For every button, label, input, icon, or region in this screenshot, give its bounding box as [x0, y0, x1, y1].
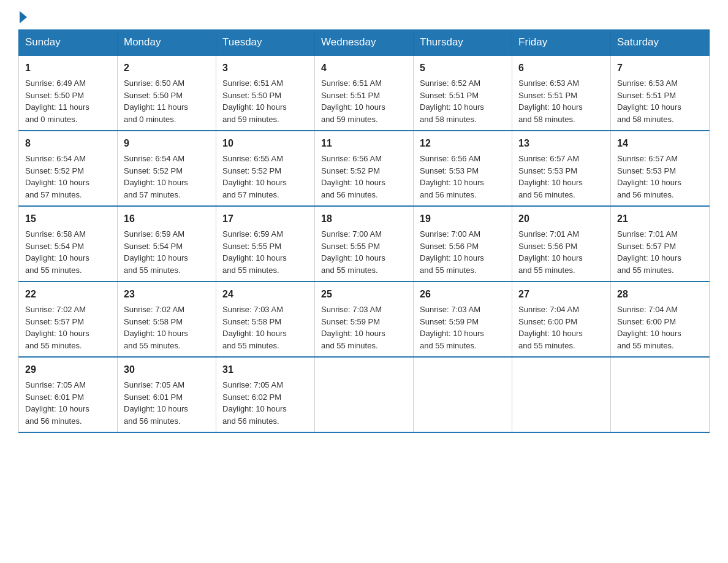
daylight-text: Daylight: 10 hours: [321, 178, 385, 187]
page-header: [18, 12, 710, 23]
calendar-cell: 26Sunrise: 7:03 AMSunset: 5:59 PMDayligh…: [414, 282, 512, 357]
daylight-minutes-text: and 55 minutes.: [518, 341, 575, 350]
day-number: 15: [25, 212, 111, 226]
daylight-minutes-text: and 55 minutes.: [321, 266, 378, 275]
header-thursday: Thursday: [414, 30, 512, 56]
daylight-minutes-text: and 55 minutes.: [617, 266, 674, 275]
day-number: 14: [617, 136, 703, 151]
logo-arrow-icon: [20, 11, 27, 23]
sunset-text: Sunset: 5:58 PM: [124, 317, 183, 326]
calendar-cell: 15Sunrise: 6:58 AMSunset: 5:54 PMDayligh…: [19, 206, 118, 282]
day-number: 5: [420, 61, 506, 75]
logo: [18, 12, 27, 23]
day-number: 3: [222, 61, 308, 75]
day-number: 22: [25, 287, 111, 302]
calendar-week-4: 22Sunrise: 7:02 AMSunset: 5:57 PMDayligh…: [19, 282, 710, 357]
sunrise-text: Sunrise: 7:00 AM: [321, 229, 382, 239]
sunrise-text: Sunrise: 6:51 AM: [222, 79, 283, 88]
header-monday: Monday: [118, 30, 216, 56]
sunset-text: Sunset: 5:51 PM: [617, 91, 676, 100]
day-number: 6: [518, 61, 604, 75]
sunset-text: Sunset: 5:51 PM: [321, 91, 380, 100]
day-number: 11: [321, 136, 407, 151]
calendar-cell: 23Sunrise: 7:02 AMSunset: 5:58 PMDayligh…: [118, 282, 216, 357]
daylight-minutes-text: and 58 minutes.: [617, 115, 674, 124]
sunrise-text: Sunrise: 7:03 AM: [222, 305, 283, 314]
daylight-minutes-text: and 59 minutes.: [321, 115, 378, 124]
daylight-text: Daylight: 10 hours: [25, 178, 89, 187]
sunset-text: Sunset: 5:58 PM: [222, 317, 281, 326]
daylight-minutes-text: and 55 minutes.: [518, 266, 575, 275]
sunrise-text: Sunrise: 6:56 AM: [321, 154, 382, 163]
header-sunday: Sunday: [19, 30, 118, 56]
calendar-cell: 14Sunrise: 6:57 AMSunset: 5:53 PMDayligh…: [611, 131, 710, 206]
daylight-text: Daylight: 10 hours: [420, 178, 484, 187]
sunrise-text: Sunrise: 6:58 AM: [25, 229, 86, 239]
sunset-text: Sunset: 5:55 PM: [222, 242, 281, 251]
sunrise-text: Sunrise: 7:03 AM: [420, 305, 480, 314]
daylight-text: Daylight: 10 hours: [518, 329, 583, 338]
header-saturday: Saturday: [611, 30, 710, 56]
daylight-text: Daylight: 10 hours: [222, 102, 287, 112]
sunset-text: Sunset: 5:57 PM: [617, 242, 676, 251]
sunrise-text: Sunrise: 6:55 AM: [222, 154, 283, 163]
daylight-minutes-text: and 56 minutes.: [321, 190, 378, 199]
daylight-text: Daylight: 10 hours: [617, 253, 681, 262]
calendar-cell: [512, 357, 611, 432]
sunrise-text: Sunrise: 6:52 AM: [420, 79, 480, 88]
sunset-text: Sunset: 5:50 PM: [222, 91, 281, 100]
sunset-text: Sunset: 5:55 PM: [321, 242, 380, 251]
calendar-cell: 9Sunrise: 6:54 AMSunset: 5:52 PMDaylight…: [118, 131, 216, 206]
calendar-cell: 1Sunrise: 6:49 AMSunset: 5:50 PMDaylight…: [19, 55, 118, 131]
day-number: 27: [518, 287, 604, 302]
header-tuesday: Tuesday: [216, 30, 315, 56]
daylight-minutes-text: and 57 minutes.: [222, 190, 279, 199]
day-number: 12: [420, 136, 506, 151]
sunset-text: Sunset: 5:59 PM: [321, 317, 380, 326]
sunset-text: Sunset: 5:59 PM: [420, 317, 479, 326]
calendar-cell: 10Sunrise: 6:55 AMSunset: 5:52 PMDayligh…: [216, 131, 315, 206]
daylight-text: Daylight: 10 hours: [25, 404, 89, 413]
day-number: 20: [518, 212, 604, 226]
daylight-text: Daylight: 10 hours: [420, 102, 484, 112]
sunrise-text: Sunrise: 7:04 AM: [518, 305, 579, 314]
sunset-text: Sunset: 5:53 PM: [518, 166, 577, 175]
daylight-text: Daylight: 10 hours: [222, 253, 287, 262]
day-number: 9: [124, 136, 210, 151]
daylight-text: Daylight: 10 hours: [124, 253, 188, 262]
sunrise-text: Sunrise: 6:54 AM: [25, 154, 86, 163]
day-number: 23: [124, 287, 210, 302]
sunset-text: Sunset: 5:57 PM: [25, 317, 84, 326]
sunset-text: Sunset: 5:51 PM: [518, 91, 577, 100]
daylight-minutes-text: and 0 minutes.: [124, 115, 176, 124]
sunrise-text: Sunrise: 7:05 AM: [124, 380, 184, 389]
calendar-cell: 25Sunrise: 7:03 AMSunset: 5:59 PMDayligh…: [315, 282, 414, 357]
daylight-text: Daylight: 10 hours: [124, 404, 188, 413]
sunrise-text: Sunrise: 6:59 AM: [124, 229, 184, 239]
day-number: 17: [222, 212, 308, 226]
daylight-text: Daylight: 10 hours: [321, 253, 385, 262]
calendar-cell: 2Sunrise: 6:50 AMSunset: 5:50 PMDaylight…: [118, 55, 216, 131]
sunrise-text: Sunrise: 6:54 AM: [124, 154, 184, 163]
day-number: 8: [25, 136, 111, 151]
daylight-minutes-text: and 55 minutes.: [124, 341, 181, 350]
daylight-text: Daylight: 10 hours: [222, 329, 287, 338]
day-number: 1: [25, 61, 111, 75]
daylight-text: Daylight: 10 hours: [222, 178, 287, 187]
daylight-text: Daylight: 10 hours: [420, 253, 484, 262]
sunset-text: Sunset: 5:53 PM: [420, 166, 479, 175]
calendar-cell: 28Sunrise: 7:04 AMSunset: 6:00 PMDayligh…: [611, 282, 710, 357]
calendar-cell: 13Sunrise: 6:57 AMSunset: 5:53 PMDayligh…: [512, 131, 611, 206]
daylight-text: Daylight: 10 hours: [321, 102, 385, 112]
calendar-cell: 20Sunrise: 7:01 AMSunset: 5:56 PMDayligh…: [512, 206, 611, 282]
daylight-text: Daylight: 10 hours: [518, 178, 583, 187]
day-number: 21: [617, 212, 703, 226]
daylight-minutes-text: and 57 minutes.: [124, 190, 181, 199]
daylight-text: Daylight: 10 hours: [420, 329, 484, 338]
daylight-minutes-text: and 56 minutes.: [222, 416, 279, 426]
day-number: 26: [420, 287, 506, 302]
day-number: 29: [25, 362, 111, 377]
daylight-text: Daylight: 10 hours: [518, 102, 583, 112]
sunrise-text: Sunrise: 7:01 AM: [518, 229, 579, 239]
day-number: 28: [617, 287, 703, 302]
